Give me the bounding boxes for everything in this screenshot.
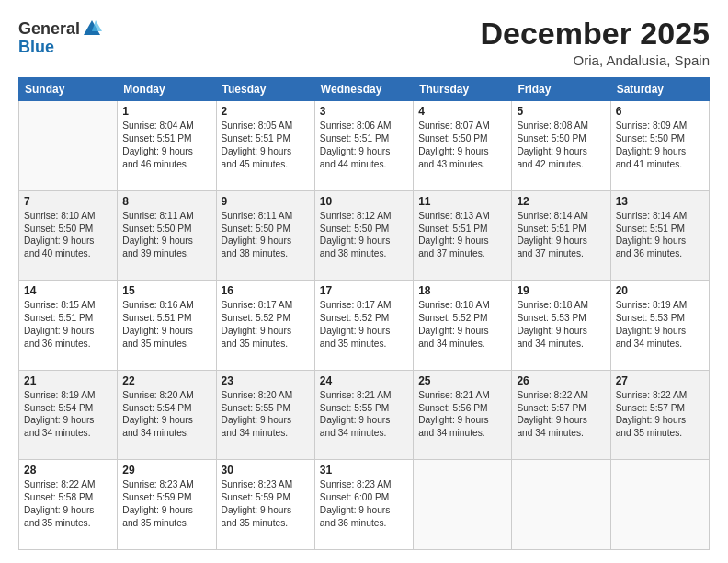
cell-info-line: Daylight: 9 hours xyxy=(517,414,605,427)
day-number: 20 xyxy=(616,284,704,297)
day-number: 18 xyxy=(418,284,506,297)
cell-info-line: Sunrise: 8:11 AM xyxy=(222,210,310,223)
cell-info-line: and 36 minutes. xyxy=(616,247,704,260)
day-number: 17 xyxy=(320,284,408,297)
day-number: 27 xyxy=(616,374,704,387)
cell-info-line: and 34 minutes. xyxy=(320,427,408,440)
month-title: December 2025 xyxy=(480,17,710,51)
calendar-cell: 29Sunrise: 8:23 AMSunset: 5:59 PMDayligh… xyxy=(118,460,216,550)
cell-info-line: Daylight: 9 hours xyxy=(222,504,310,517)
cell-info-line: Sunrise: 8:23 AM xyxy=(320,478,408,491)
calendar-week-row: 7Sunrise: 8:10 AMSunset: 5:50 PMDaylight… xyxy=(19,190,710,281)
cell-info-line: Sunrise: 8:18 AM xyxy=(418,299,506,312)
cell-info-line: and 39 minutes. xyxy=(122,247,210,260)
weekday-header-monday: Monday xyxy=(118,78,216,101)
calendar-cell xyxy=(19,101,118,191)
cell-info-line: Daylight: 9 hours xyxy=(222,414,310,427)
cell-info-line: Daylight: 9 hours xyxy=(320,145,408,158)
day-number: 21 xyxy=(24,374,112,387)
day-number: 25 xyxy=(418,374,506,387)
cell-info-line: and 46 minutes. xyxy=(122,158,210,171)
cell-info-line: Daylight: 9 hours xyxy=(24,504,112,517)
cell-info-line: and 37 minutes. xyxy=(418,247,506,260)
cell-info-line: and 35 minutes. xyxy=(616,427,704,440)
logo: General Blue xyxy=(18,20,102,57)
calendar-cell: 23Sunrise: 8:20 AMSunset: 5:55 PMDayligh… xyxy=(216,370,314,460)
cell-info-line: Sunrise: 8:20 AM xyxy=(122,389,210,402)
cell-info-line: Sunset: 5:57 PM xyxy=(517,402,605,415)
cell-info-line: Sunrise: 8:12 AM xyxy=(320,210,408,223)
day-number: 1 xyxy=(122,105,210,118)
cell-info-line: Sunset: 5:50 PM xyxy=(24,223,112,236)
cell-info-line: Sunrise: 8:13 AM xyxy=(418,210,506,223)
calendar-cell: 31Sunrise: 8:23 AMSunset: 6:00 PMDayligh… xyxy=(314,460,413,550)
cell-info-line: Daylight: 9 hours xyxy=(616,325,704,338)
cell-info-line: Daylight: 9 hours xyxy=(418,235,506,247)
cell-info-line: Sunset: 6:00 PM xyxy=(320,491,408,504)
cell-info-line: Sunrise: 8:23 AM xyxy=(122,478,210,491)
calendar-cell: 3Sunrise: 8:06 AMSunset: 5:51 PMDaylight… xyxy=(314,101,413,191)
cell-info-line: Sunset: 5:51 PM xyxy=(320,132,408,145)
cell-info-line: Sunset: 5:51 PM xyxy=(24,312,112,325)
cell-info-line: Sunrise: 8:14 AM xyxy=(616,210,704,223)
day-number: 14 xyxy=(24,284,112,297)
day-number: 24 xyxy=(320,374,408,387)
cell-info-line: Sunrise: 8:18 AM xyxy=(517,299,605,312)
cell-info-line: and 43 minutes. xyxy=(418,158,506,171)
cell-info-line: Daylight: 9 hours xyxy=(320,414,408,427)
cell-info-line: Sunrise: 8:21 AM xyxy=(320,389,408,402)
cell-info-line: Daylight: 9 hours xyxy=(418,145,506,158)
cell-info-line: Daylight: 9 hours xyxy=(320,235,408,247)
cell-info-line: and 41 minutes. xyxy=(616,158,704,171)
calendar-cell: 9Sunrise: 8:11 AMSunset: 5:50 PMDaylight… xyxy=(216,190,314,281)
calendar-cell: 14Sunrise: 8:15 AMSunset: 5:51 PMDayligh… xyxy=(19,281,118,371)
calendar-cell: 2Sunrise: 8:05 AMSunset: 5:51 PMDaylight… xyxy=(216,101,314,191)
cell-info-line: Sunset: 5:51 PM xyxy=(122,312,210,325)
cell-info-line: Sunrise: 8:23 AM xyxy=(222,478,310,491)
cell-info-line: Daylight: 9 hours xyxy=(418,325,506,338)
cell-info-line: Sunrise: 8:17 AM xyxy=(222,299,310,312)
calendar-cell: 17Sunrise: 8:17 AMSunset: 5:52 PMDayligh… xyxy=(314,281,413,371)
calendar-cell: 30Sunrise: 8:23 AMSunset: 5:59 PMDayligh… xyxy=(216,460,314,550)
cell-info-line: and 34 minutes. xyxy=(517,338,605,350)
cell-info-line: and 35 minutes. xyxy=(320,338,408,350)
cell-info-line: and 35 minutes. xyxy=(222,338,310,350)
calendar-cell: 1Sunrise: 8:04 AMSunset: 5:51 PMDaylight… xyxy=(118,101,216,191)
cell-info-line: Sunset: 5:52 PM xyxy=(418,312,506,325)
cell-info-line: Sunset: 5:50 PM xyxy=(222,223,310,236)
cell-info-line: Sunset: 5:56 PM xyxy=(418,402,506,415)
cell-info-line: Sunrise: 8:07 AM xyxy=(418,120,506,132)
day-number: 2 xyxy=(222,105,310,118)
calendar-cell: 6Sunrise: 8:09 AMSunset: 5:50 PMDaylight… xyxy=(610,101,709,191)
cell-info-line: and 35 minutes. xyxy=(122,517,210,530)
cell-info-line: and 45 minutes. xyxy=(222,158,310,171)
cell-info-line: Sunset: 5:51 PM xyxy=(222,132,310,145)
cell-info-line: Daylight: 9 hours xyxy=(24,235,112,247)
day-number: 7 xyxy=(24,195,112,208)
calendar-cell xyxy=(414,460,512,550)
weekday-header-friday: Friday xyxy=(512,78,610,101)
cell-info-line: Sunrise: 8:20 AM xyxy=(222,389,310,402)
day-number: 31 xyxy=(320,464,408,477)
day-number: 10 xyxy=(320,195,408,208)
cell-info-line: Sunset: 5:52 PM xyxy=(222,312,310,325)
day-number: 29 xyxy=(122,464,210,477)
cell-info-line: Sunset: 5:52 PM xyxy=(320,312,408,325)
weekday-header-tuesday: Tuesday xyxy=(216,78,314,101)
cell-info-line: and 36 minutes. xyxy=(24,338,112,350)
weekday-header-thursday: Thursday xyxy=(414,78,512,101)
cell-info-line: Daylight: 9 hours xyxy=(616,145,704,158)
cell-info-line: Sunset: 5:58 PM xyxy=(24,491,112,504)
cell-info-line: and 34 minutes. xyxy=(418,427,506,440)
cell-info-line: Daylight: 9 hours xyxy=(122,504,210,517)
cell-info-line: Sunset: 5:55 PM xyxy=(222,402,310,415)
cell-info-line: Daylight: 9 hours xyxy=(24,325,112,338)
day-number: 6 xyxy=(616,105,704,118)
cell-info-line: Sunrise: 8:15 AM xyxy=(24,299,112,312)
day-number: 28 xyxy=(24,464,112,477)
cell-info-line: Sunset: 5:53 PM xyxy=(616,312,704,325)
cell-info-line: Sunrise: 8:05 AM xyxy=(222,120,310,132)
weekday-header-sunday: Sunday xyxy=(19,78,118,101)
cell-info-line: Sunrise: 8:11 AM xyxy=(122,210,210,223)
cell-info-line: Sunset: 5:50 PM xyxy=(122,223,210,236)
